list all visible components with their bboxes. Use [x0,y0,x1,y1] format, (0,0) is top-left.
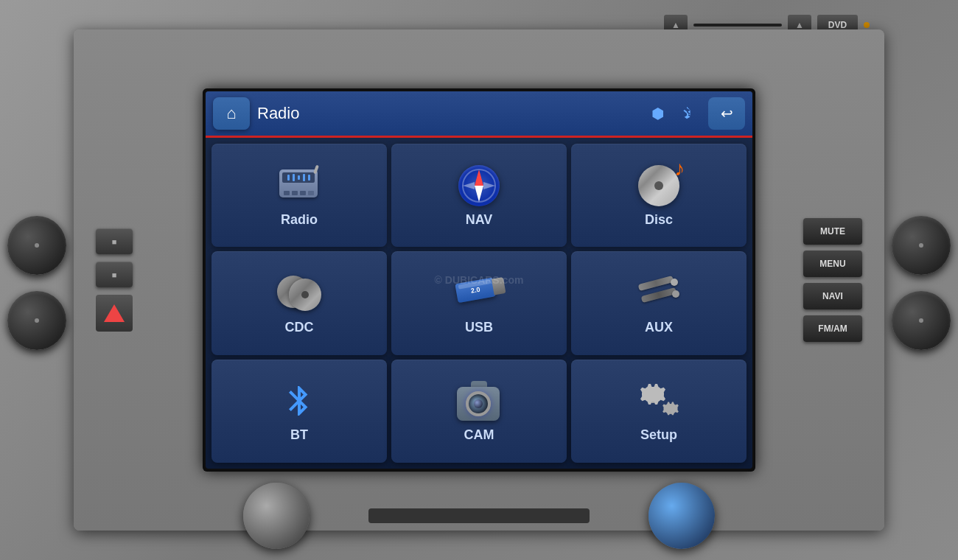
aux-cables [638,279,679,308]
bt-label: BT [290,427,308,443]
menu-button[interactable]: MENU [803,251,862,277]
bluetooth-menu-icon [282,383,317,419]
bluetooth-icon [679,105,695,122]
menu-item-setup[interactable]: Setup [571,360,747,463]
radio-icon-container [277,164,321,208]
dvd-led [864,22,870,28]
vol-knob[interactable] [7,291,66,350]
menu-item-bt[interactable]: BT [211,360,387,463]
hazard-icon [104,304,125,322]
menu-item-disc[interactable]: ♪ Disc [571,144,747,247]
disc-label: Disc [645,212,673,228]
compass-south [475,186,483,202]
home-icon: ⌂ [226,104,236,123]
bt-icon-container [277,379,321,423]
aux-plug2 [672,290,679,298]
navi-button[interactable]: NAVI [803,283,862,309]
bottom-knob-left[interactable] [243,483,310,549]
fmam-button[interactable]: FM/AM [803,315,862,342]
menu-grid: Radio NAV [206,138,752,469]
nav-icon-container [457,164,501,208]
screen-header: ⌂ Radio ⬢ ↩ [206,91,752,136]
left-btn-1[interactable]: ■ [96,228,133,254]
radio-label: Radio [281,212,318,228]
nav-label: NAV [466,212,493,228]
setup-gears [637,381,681,421]
unit-body: PWR VOL ■ ■ ⌂ [74,29,884,531]
cdc-label: CDC [285,320,314,335]
back-icon: ↩ [721,105,733,122]
cam-inner-lens [474,399,483,408]
menu-item-nav[interactable]: NAV [391,144,567,247]
left-buttons: ■ ■ [96,228,133,332]
radio-body [279,169,318,197]
cd-slot [693,24,782,27]
cam-icon-container [457,379,501,423]
aux-plug1 [671,279,678,286]
bt-icon [279,380,320,421]
bottom-area [147,483,811,549]
aux-icon-container [637,271,681,315]
cam-lens [466,391,491,416]
disc-wrapper: ♪ [637,163,681,209]
hazard-button[interactable] [96,295,133,332]
cam-wrapper [457,381,501,421]
music-note-icon: ♪ [674,157,685,181]
gear-small-icon [660,400,681,421]
setup-icon-container [637,379,681,423]
aux-cable2 [641,287,677,303]
cam-body [457,387,500,421]
tune-knob[interactable] [892,216,951,275]
usb-icon-container: 2.0 [457,271,501,315]
disc-icon [638,165,679,206]
menu-item-usb[interactable]: 2.0 USB [391,251,567,354]
cdc-disc2 [289,279,321,311]
usb-connector [492,277,506,295]
radio-display [282,172,315,183]
cam-label: CAM [464,427,494,443]
menu-item-aux[interactable]: AUX [571,251,747,354]
aud-knob[interactable] [892,291,951,350]
home-button[interactable]: ⌂ [213,97,250,130]
nav-icon [458,165,500,206]
menu-item-cdc[interactable]: CDC [211,251,387,354]
aux-label: AUX [645,320,673,335]
head-unit: ▲ ▲ DVD PWR VOL ■ [0,0,958,560]
disc-icon-container: ♪ [637,164,681,208]
header-title: Radio [257,104,644,123]
mute-button[interactable]: MUTE [803,218,862,245]
right-buttons: MUTE MENU NAVI FM/AM [803,218,862,342]
back-button[interactable]: ↩ [708,97,745,130]
setup-label: Setup [640,427,677,443]
screen-container: ⌂ Radio ⬢ ↩ [203,88,755,472]
right-panel: TUNE AUD [892,216,951,344]
radio-buttons [284,191,314,195]
left-panel: PWR VOL [7,216,66,344]
usb-label: USB [465,320,493,335]
usb-drive-wrapper: 2.0 [455,276,503,310]
menu-item-radio[interactable]: Radio [211,144,387,247]
cdc-icon [277,276,321,311]
pwr-knob[interactable] [7,216,66,275]
bottom-knob-right[interactable] [648,483,715,549]
cdc-icon-container [277,271,321,315]
menu-item-cam[interactable]: CAM [391,360,567,463]
radio-antenna [313,164,319,174]
screen: ⌂ Radio ⬢ ↩ [206,91,752,469]
bluetooth-header-icon: ⬢ [651,105,664,122]
compass-north [475,169,483,186]
bottom-strip [368,508,590,523]
left-btn-2[interactable]: ■ [96,262,133,287]
